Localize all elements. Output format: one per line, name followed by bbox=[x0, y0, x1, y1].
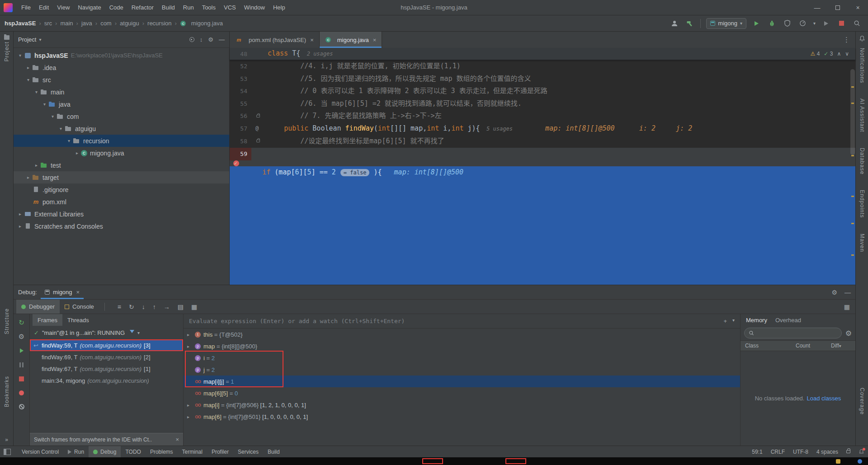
statusbar-tool-debug[interactable]: Debug bbox=[89, 446, 121, 457]
show-execution-point-icon[interactable]: ≡ bbox=[118, 303, 121, 310]
tree-chevron-icon[interactable]: ▸ bbox=[33, 163, 40, 168]
menu-code[interactable]: Code bbox=[105, 0, 127, 15]
mute-breakpoints-icon[interactable] bbox=[17, 403, 26, 411]
menu-vcs[interactable]: VCS bbox=[220, 0, 240, 15]
rerun-button-disabled[interactable] bbox=[821, 19, 831, 28]
tool-window-button-bookmarks[interactable]: Bookmarks bbox=[0, 376, 13, 407]
minimize-button[interactable]: — bbox=[807, 0, 827, 15]
tree-item-scratches-and-consoles[interactable]: ▸Scratches and Consoles bbox=[14, 220, 229, 232]
frame-row-findway-69-t[interactable]: findWay:69, T(com.atguigu.recursion)[2] bbox=[30, 351, 183, 363]
tool-window-button-endpoints[interactable]: Endpoints bbox=[859, 190, 865, 218]
breadcrumb-java[interactable]: java bbox=[81, 20, 92, 27]
code-line-54[interactable]: 54 // 0 表示可以走 1 表示障碍物 2 表示可以走 3 表示走过，但是走… bbox=[230, 85, 855, 98]
code-line-58[interactable]: 58 //设定最终找到坐标是map[6][5] 就不再找了 bbox=[230, 135, 855, 148]
tool-window-button-project[interactable]: Project bbox=[0, 35, 13, 61]
collapse-all-icon[interactable]: ↕ bbox=[200, 36, 203, 43]
run-to-cursor-icon[interactable]: → bbox=[164, 303, 170, 310]
view-breakpoints-icon[interactable] bbox=[17, 389, 26, 397]
locate-file-icon[interactable] bbox=[189, 37, 194, 42]
profiler-button[interactable] bbox=[798, 19, 808, 28]
inspections-widget[interactable]: ⚠ 4 ✓ 3 ∧ ∨ bbox=[811, 51, 855, 57]
tree-chevron-icon[interactable]: ▾ bbox=[57, 126, 65, 131]
tool-window-button-database[interactable]: Database bbox=[859, 148, 865, 174]
code-editor[interactable]: 52 //4. i,j 就是老鼠的位置, 初始化的位置是(1,1)53 //5.… bbox=[230, 60, 855, 285]
pause-icon[interactable] bbox=[17, 361, 26, 369]
breadcrumb-com[interactable]: com bbox=[100, 20, 112, 27]
layout-settings-icon[interactable]: ▦ bbox=[844, 303, 850, 310]
variable-row-this[interactable]: ▸tthis = {T@502} bbox=[184, 329, 740, 340]
tree-item-target[interactable]: ▸target bbox=[14, 171, 229, 183]
more-tool-windows-button[interactable]: » bbox=[0, 437, 13, 443]
tree-chevron-icon[interactable]: ▸ bbox=[24, 65, 32, 70]
more-tabs-icon[interactable]: ⋮ bbox=[838, 32, 855, 48]
tree-chevron-icon[interactable]: ▸ bbox=[16, 211, 24, 216]
breadcrumb-src[interactable]: src bbox=[44, 20, 52, 27]
code-line-59[interactable]: 59 if (map[6][5] == 2= false ){ map: int… bbox=[230, 147, 855, 285]
tree-chevron-icon[interactable]: ▸ bbox=[16, 224, 24, 229]
load-classes-link[interactable]: Load classes bbox=[807, 395, 841, 402]
tree-chevron-icon[interactable]: ▾ bbox=[33, 89, 40, 94]
tree-item-java[interactable]: ▾java bbox=[14, 98, 229, 110]
filter-icon[interactable] bbox=[130, 330, 134, 335]
statusbar-tool-terminal[interactable]: Terminal bbox=[178, 446, 207, 457]
notifications-icon[interactable] bbox=[859, 449, 864, 455]
edit-configuration-icon[interactable]: ⚙ bbox=[17, 333, 26, 341]
threads-view-icon[interactable]: ▦ bbox=[191, 303, 197, 310]
close-icon[interactable]: × bbox=[310, 37, 314, 43]
tree-chevron-icon[interactable]: ▸ bbox=[187, 403, 194, 408]
statusbar-tool-problems[interactable]: Problems bbox=[146, 446, 178, 457]
frame-row-findway-59-t[interactable]: ↩findWay:59, T(com.atguigu.recursion)[3] bbox=[30, 339, 183, 351]
code-line-55[interactable]: 55 //6. 当 map[6][5] =2 就说明找到通路,就可以结束，否则就… bbox=[230, 98, 855, 110]
tree-item-migong-java[interactable]: ▸Cmigong.java bbox=[14, 147, 229, 159]
indent-indicator[interactable]: 4 spaces bbox=[816, 449, 838, 455]
tool-window-button-structure[interactable]: Structure bbox=[0, 308, 13, 334]
run-button[interactable] bbox=[752, 19, 762, 28]
tree-chevron-icon[interactable]: ▾ bbox=[24, 77, 32, 82]
tool-window-button-maven[interactable]: Maven bbox=[859, 234, 865, 252]
chevron-down-icon[interactable]: ▾ bbox=[137, 330, 140, 335]
tree-item-main[interactable]: ▾main bbox=[14, 86, 229, 98]
tool-window-switcher-icon[interactable] bbox=[4, 449, 11, 455]
tree-item-test[interactable]: ▸test bbox=[14, 159, 229, 171]
add-watch-icon[interactable]: + bbox=[723, 318, 727, 324]
menu-view[interactable]: View bbox=[53, 0, 74, 15]
tree-chevron-icon[interactable]: ▸ bbox=[73, 150, 81, 155]
breadcrumb-recursion[interactable]: recursion bbox=[147, 20, 171, 27]
variable-row-map-6-5[interactable]: oomap[6][5] = 0 bbox=[184, 387, 740, 399]
code-line-53[interactable]: 53 //5. 因为我们是递归的找路，所以我先规定 map 数组的各个位置值的含… bbox=[230, 73, 855, 85]
tool-window-button-coverage[interactable]: Coverage bbox=[859, 388, 865, 415]
breakpoint-icon[interactable] bbox=[233, 160, 239, 166]
encoding-indicator[interactable]: UTF-8 bbox=[793, 449, 808, 455]
tree-chevron-icon[interactable]: ▾ bbox=[16, 53, 24, 58]
breadcrumb-hspjavase[interactable]: hspJavaSE bbox=[5, 20, 36, 27]
tree-item-external-libraries[interactable]: ▸External Libraries bbox=[14, 208, 229, 220]
statusbar-tool-services[interactable]: Services bbox=[233, 446, 263, 457]
coverage-button[interactable] bbox=[783, 19, 793, 28]
editor-tab-migong-java[interactable]: Cmigong.java× bbox=[320, 32, 382, 48]
rerun-debug-icon[interactable]: ↻ bbox=[17, 319, 26, 327]
step-into-icon[interactable]: ↓ bbox=[142, 303, 145, 310]
evaluate-expression-input[interactable]: Evaluate expression (Enter) or add a wat… bbox=[184, 314, 740, 329]
search-everywhere-button[interactable] bbox=[852, 19, 862, 28]
variable-row-map-i[interactable]: ▸oomap[i] = {int[7]@506} [1, 2, 1, 0, 0,… bbox=[184, 399, 740, 411]
tree-item-pom-xml[interactable]: mpom.xml bbox=[14, 196, 229, 208]
menu-help[interactable]: Help bbox=[269, 0, 289, 15]
caret-position[interactable]: 59:1 bbox=[752, 449, 762, 455]
close-icon[interactable]: × bbox=[76, 289, 80, 296]
settings-gear-icon[interactable]: ⚙ bbox=[831, 289, 837, 296]
tab-debugger[interactable]: Debugger bbox=[16, 300, 60, 314]
menu-navigate[interactable]: Navigate bbox=[74, 0, 105, 15]
code-line-56[interactable]: 56 // 7. 先确定老鼠找路策略 上->右->下->左 bbox=[230, 110, 855, 122]
variable-row-map-6[interactable]: ▸oomap[6] = {int[7]@501} [1, 0, 0, 0, 0,… bbox=[184, 411, 740, 423]
tab-threads[interactable]: Threads bbox=[62, 314, 94, 326]
tool-window-button-notifications[interactable]: Notifications bbox=[859, 48, 865, 83]
menu-edit[interactable]: Edit bbox=[35, 0, 53, 15]
maximize-button[interactable] bbox=[827, 0, 848, 15]
tree-item-hspjavase[interactable]: ▾hspJavaSEE:\workplace01\javaSE\hspJavaS… bbox=[14, 49, 229, 61]
tree-chevron-icon[interactable]: ▾ bbox=[41, 102, 48, 107]
step-over-icon[interactable]: ↻ bbox=[129, 303, 134, 310]
menu-build[interactable]: Build bbox=[158, 0, 179, 15]
statusbar-tool-todo[interactable]: TODO bbox=[121, 446, 145, 457]
menu-window[interactable]: Window bbox=[240, 0, 269, 15]
view-as-table-icon[interactable]: ▤ bbox=[178, 303, 184, 310]
